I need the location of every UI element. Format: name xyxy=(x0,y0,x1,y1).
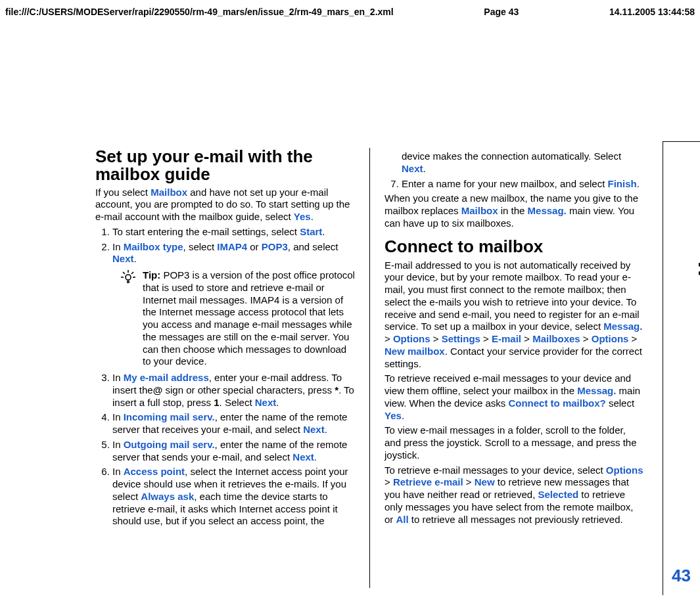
step-1: To start entering the e-mail settings, s… xyxy=(112,226,355,238)
heading-connect: Connect to mailbox xyxy=(385,237,644,257)
step-5: In Outgoing mail serv., enter the name o… xyxy=(112,439,355,464)
svg-point-5 xyxy=(126,275,131,280)
steps-list: To start entering the e-mail settings, s… xyxy=(95,226,355,528)
step-3: In My e-mail address, enter your e-mail … xyxy=(112,372,355,409)
header-page: Page 43 xyxy=(484,7,519,17)
heading-setup: Set up your e-mail with the mailbox guid… xyxy=(95,148,355,184)
side-label: Messages xyxy=(695,194,700,276)
tip-text: Tip: POP3 is a version of the post offic… xyxy=(143,269,355,368)
tip-box: Tip: POP3 is a version of the post offic… xyxy=(120,269,355,368)
page-number: 43 xyxy=(672,566,691,586)
after-text: When you create a new mailbox, the name … xyxy=(385,192,644,229)
connect-p3: To view e-mail messages in a folder, scr… xyxy=(385,424,644,461)
svg-line-1 xyxy=(123,272,125,274)
tip-icon xyxy=(120,269,136,368)
page: file:///C:/USERS/MODEServer/rapi/2290550… xyxy=(0,0,700,611)
side-tab: Messages 43 xyxy=(663,141,700,595)
step-6: In Access point, select the Internet acc… xyxy=(112,466,355,528)
step-6-cont: device makes the connection automaticall… xyxy=(402,150,644,175)
left-column: Set up your e-mail with the mailbox guid… xyxy=(95,148,355,588)
header: file:///C:/USERS/MODEServer/rapi/2290550… xyxy=(5,7,695,17)
header-date: 14.11.2005 13:44:58 xyxy=(609,7,695,17)
step-7: Enter a name for your new mailbox, and s… xyxy=(402,178,644,191)
connect-p1: E-mail addressed to you is not automatic… xyxy=(385,260,644,371)
intro-text: If you select Mailbox and have not set u… xyxy=(95,187,355,223)
connect-p2: To retrieve received e-mail messages to … xyxy=(385,373,644,422)
column-separator xyxy=(369,148,370,588)
content: Set up your e-mail with the mailbox guid… xyxy=(95,148,647,588)
step-2: In Mailbox type, select IMAP4 or POP3, a… xyxy=(112,241,355,369)
right-column: device makes the connection automaticall… xyxy=(385,148,644,588)
header-path: file:///C:/USERS/MODEServer/rapi/2290550… xyxy=(5,7,394,17)
svg-line-2 xyxy=(131,272,133,274)
connect-p4: To retrieve e-mail messages to your devi… xyxy=(385,464,644,526)
step-4: In Incoming mail serv., enter the name o… xyxy=(112,411,355,436)
steps-list-cont: Enter a name for your new mailbox, and s… xyxy=(385,178,644,191)
